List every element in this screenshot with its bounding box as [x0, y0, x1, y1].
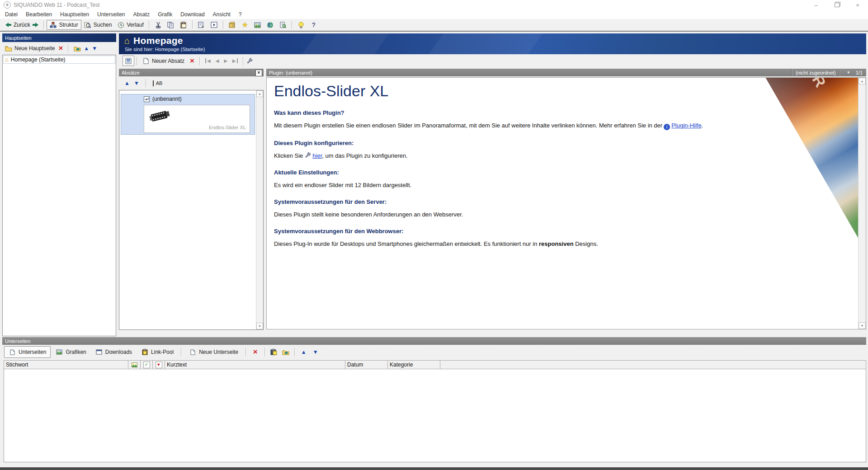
column-favorite[interactable]: ♥ — [153, 361, 165, 369]
nav-first-button[interactable]: ◀ — [205, 58, 211, 63]
column-active[interactable]: ✓ — [141, 361, 153, 369]
tree-item-label: Homepage (Startseite) — [11, 56, 66, 63]
toolbar-separator — [292, 21, 292, 29]
image-button[interactable] — [251, 20, 264, 29]
copy-button[interactable] — [165, 20, 177, 29]
paste-folder-icon[interactable] — [282, 348, 289, 356]
menu-grafik[interactable]: Grafik — [154, 10, 176, 19]
nav-next-button[interactable]: ▶ — [224, 58, 227, 63]
menu-absatz[interactable]: Absatz — [129, 10, 154, 19]
new-unterseite-label: Neue Unterseite — [199, 349, 238, 355]
back-button[interactable]: Zurück — [3, 21, 41, 29]
tab-grafiken[interactable]: Grafiken — [52, 347, 90, 357]
verlauf-button[interactable]: Verlauf — [114, 20, 146, 29]
rename-ab-button[interactable]: AB — [156, 80, 163, 86]
paste-button[interactable] — [177, 20, 190, 29]
wrench-icon — [304, 152, 311, 159]
assignment-dropdown-button[interactable]: ▼ — [843, 70, 854, 75]
maximize-button[interactable] — [826, 0, 847, 10]
menu-hilfe[interactable]: ? — [235, 10, 246, 19]
close-button[interactable]: × — [847, 0, 868, 10]
nav-last-button[interactable]: ▶ — [232, 58, 238, 63]
menu-ansicht[interactable]: Ansicht — [209, 10, 235, 19]
paste-page-icon[interactable] — [270, 348, 278, 356]
verlauf-label: Verlauf — [127, 22, 143, 28]
new-unterseite-button[interactable]: Neue Unterseite — [185, 347, 242, 357]
paragraph-up-button[interactable]: ▲ — [124, 80, 130, 86]
heart-column-icon: ♥ — [156, 362, 162, 368]
menu-bearbeiten[interactable]: Bearbeiten — [22, 10, 56, 19]
copy-icon — [167, 21, 175, 28]
paragraph-toolbar: Neuer Absatz × ◀ ◀ ▶ ▶ — [119, 55, 866, 67]
struktur-button[interactable]: Struktur — [47, 20, 81, 30]
scroll-down-button[interactable]: ▼ — [859, 322, 866, 329]
page-indicator: 1/1 — [854, 70, 866, 75]
paragraph-item-selected[interactable]: (unbenannt) Endlos-Slider XL — [121, 94, 255, 135]
column-image[interactable] — [128, 361, 141, 369]
column-kurztext[interactable]: Kurztext — [165, 361, 345, 369]
nav-prev-button[interactable]: ◀ — [216, 58, 219, 63]
column-kategorie[interactable]: Kategorie — [388, 361, 440, 369]
delete-paragraph-button[interactable]: × — [190, 58, 194, 64]
unterseiten-table-header: Stichwort ✓ ♥ Kurztext Datum Kategorie — [4, 360, 866, 369]
scroll-up-button[interactable]: ▲ — [256, 90, 263, 97]
menu-download[interactable]: Download — [176, 10, 208, 19]
unterseiten-table-body[interactable] — [4, 369, 866, 462]
menu-unterseiten[interactable]: Unterseiten — [93, 10, 129, 19]
tab-label: Grafiken — [66, 349, 86, 355]
tab-label: Link-Pool — [151, 349, 174, 355]
page-home-icon: ⌂ — [124, 36, 130, 45]
subpage-down-button[interactable]: ▼ — [313, 349, 318, 355]
menu-datei[interactable]: Datei — [1, 10, 22, 19]
back-label: Zurück — [14, 22, 30, 28]
header-decoration — [294, 33, 395, 54]
help-button[interactable]: ? — [307, 20, 320, 29]
delete-hauptseite-button[interactable]: × — [58, 45, 63, 52]
subpage-up-button[interactable]: ▲ — [301, 349, 307, 355]
tree-item-homepage[interactable]: ⌂ Homepage (Startseite) — [3, 56, 115, 64]
preview-panel-button[interactable] — [208, 20, 221, 29]
page-preview-button[interactable] — [277, 20, 289, 29]
new-hauptseite-button[interactable]: Neue Hauptseite — [4, 44, 56, 53]
scroll-down-button[interactable]: ▼ — [256, 323, 263, 329]
apply-folder-icon[interactable] — [74, 45, 81, 52]
suchen-button[interactable]: Suchen — [81, 20, 115, 29]
move-up-button[interactable]: ▲ — [84, 46, 89, 51]
slider-filmstrip-icon — [149, 108, 170, 124]
paragraph-view-button[interactable] — [123, 56, 134, 66]
header-separator — [792, 69, 793, 76]
new-paragraph-button[interactable]: Neuer Absatz — [140, 56, 187, 66]
paragraph-down-button[interactable]: ▼ — [134, 80, 139, 86]
tips-button[interactable] — [295, 20, 307, 29]
publish-button[interactable] — [264, 20, 277, 29]
column-filler — [440, 361, 866, 369]
scroll-up-button[interactable]: ▲ — [859, 78, 866, 85]
tab-downloads[interactable]: Downloads — [91, 347, 136, 357]
favorites-button[interactable]: ★ — [239, 20, 251, 29]
delete-unterseite-button[interactable]: × — [253, 349, 258, 355]
check-column-icon: ✓ — [143, 362, 150, 368]
hier-link[interactable]: hier — [312, 152, 322, 159]
plugin-hilfe-link[interactable]: Plugin-Hilfe — [671, 122, 701, 129]
tab-link-pool[interactable]: Link-Pool — [137, 347, 178, 357]
minimize-button[interactable]: – — [806, 0, 826, 10]
configure-wrench-icon[interactable] — [246, 57, 253, 65]
menu-hauptseiten[interactable]: Hauptseiten — [56, 10, 93, 19]
plugin-scrollbar[interactable]: ▲ ▼ — [858, 78, 866, 329]
back-arrow-icon — [5, 23, 11, 27]
page-icon — [9, 348, 16, 356]
cut-button[interactable] — [152, 20, 165, 29]
paragraph-list-scrollbar[interactable]: ▲ ▼ — [256, 90, 263, 329]
tab-unterseiten[interactable]: Unterseiten — [4, 346, 51, 358]
properties-button[interactable] — [195, 20, 208, 29]
doc-paragraph-3: Es wird ein endloser Slider mit 12 Bilde… — [274, 181, 731, 189]
absaetze-close-button[interactable]: × — [255, 70, 262, 76]
header-separator — [839, 69, 840, 76]
archive-button[interactable] — [226, 20, 239, 29]
toolbar-separator — [223, 21, 224, 29]
move-down-button[interactable]: ▼ — [92, 46, 97, 51]
paragraph-list: (unbenannt) Endlos-Slider XL ▲ ▼ — [119, 90, 264, 330]
column-datum[interactable]: Datum — [345, 361, 388, 369]
plugin-header-title: Plugin: (unbenannt) — [269, 70, 312, 75]
column-stichwort[interactable]: Stichwort — [4, 361, 128, 369]
